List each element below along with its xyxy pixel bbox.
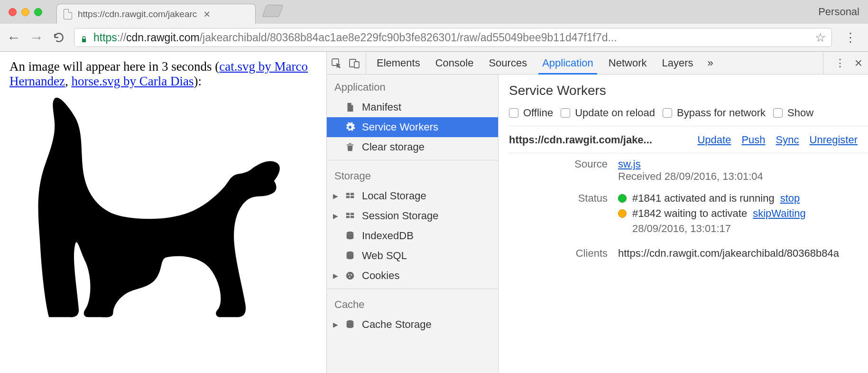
sw-actions: Update Push Sync Unregister — [697, 134, 868, 146]
status-stop-link[interactable]: stop — [780, 192, 800, 205]
address-bar[interactable]: https://cdn.rawgit.com/jakearchibald/803… — [74, 28, 832, 47]
sidebar-item-cache-storage[interactable]: ▶ Cache Storage — [327, 315, 498, 335]
minimize-window-button[interactable] — [21, 8, 29, 16]
page-body: An image will appear here in 3 seconds (… — [0, 52, 326, 373]
browser-tab[interactable]: https://cdn.rawgit.com/jakearc × — [56, 4, 256, 24]
link-horse-svg[interactable]: horse.svg by Carla Dias — [71, 74, 194, 88]
sidebar-item-local-storage[interactable]: ▶ Local Storage — [327, 186, 498, 206]
svg-point-3 — [347, 232, 354, 234]
devtools-menu-icon[interactable]: ⋮ — [831, 57, 850, 69]
sidebar-item-session-storage[interactable]: ▶ Session Storage — [327, 206, 498, 226]
status-text: #1842 waiting to activate — [632, 207, 747, 220]
device-toggle-icon[interactable] — [349, 57, 360, 69]
tab-layers[interactable]: Layers — [654, 52, 701, 74]
update-on-reload-checkbox[interactable]: Update on reload — [561, 107, 655, 119]
svg-point-4 — [347, 252, 354, 254]
sidebar-heading-cache: Cache — [327, 292, 498, 315]
sidebar-item-clear-storage[interactable]: Clear storage — [327, 137, 498, 157]
tab-application[interactable]: Application — [535, 52, 601, 74]
cat-image — [9, 92, 317, 327]
status-skipwaiting-link[interactable]: skipWaiting — [753, 207, 806, 220]
show-all-checkbox[interactable]: Show — [773, 107, 813, 119]
url-sep: :// — [117, 31, 126, 44]
devtools: Elements Console Sources Application Net… — [326, 52, 868, 373]
tab-network[interactable]: Network — [601, 52, 655, 74]
source-file-link[interactable]: sw.js — [618, 158, 641, 170]
close-window-button[interactable] — [9, 8, 17, 16]
detail-clients: Clients https://cdn.rawgit.com/jakearchi… — [509, 242, 868, 264]
gear-icon — [345, 122, 355, 132]
clients-value: https://cdn.rawgit.com/jakearchibald/803… — [618, 247, 868, 260]
svg-point-6 — [348, 274, 350, 275]
trash-icon — [345, 142, 355, 152]
sw-sync-link[interactable]: Sync — [776, 134, 799, 146]
tab-title: https://cdn.rawgit.com/jakearc — [78, 9, 197, 19]
sidebar-item-label: Service Workers — [362, 121, 438, 133]
sw-update-link[interactable]: Update — [697, 134, 731, 146]
database-icon — [345, 251, 355, 261]
sidebar-item-websql[interactable]: Web SQL — [327, 246, 498, 266]
fullscreen-window-button[interactable] — [34, 8, 42, 16]
sidebar-item-label: Cache Storage — [362, 318, 432, 331]
status-time: 28/09/2016, 13:01:17 — [632, 223, 731, 235]
sidebar-item-label: Local Storage — [362, 190, 426, 202]
label-source: Source — [509, 158, 618, 170]
profile-label[interactable]: Personal — [818, 6, 859, 18]
tabs-overflow-icon[interactable]: » — [701, 52, 720, 74]
text-sep: , — [65, 74, 72, 88]
status-dot-orange-icon — [618, 209, 627, 218]
text-tail: ): — [194, 74, 202, 88]
devtools-tabbar: Elements Console Sources Application Net… — [327, 52, 868, 75]
offline-checkbox[interactable]: Offline — [509, 107, 553, 119]
cookie-icon — [345, 270, 355, 281]
bypass-for-network-checkbox[interactable]: Bypass for network — [663, 107, 766, 119]
label-status: Status — [509, 192, 618, 205]
sidebar-item-service-workers[interactable]: Service Workers — [327, 117, 498, 137]
tab-strip: https://cdn.rawgit.com/jakearc × Persona… — [0, 0, 868, 24]
new-tab-button[interactable] — [262, 5, 283, 17]
devtools-tabs: Elements Console Sources Application Net… — [369, 52, 720, 74]
database-icon — [345, 319, 355, 330]
sidebar-item-label: Session Storage — [362, 210, 438, 222]
status-entry-waiting: #1842 waiting to activate skipWaiting — [618, 207, 868, 220]
sidebar-item-indexeddb[interactable]: IndexedDB — [327, 226, 498, 246]
text-lead: An image will appear here in 3 seconds ( — [9, 59, 219, 74]
url-host: cdn.rawgit.com — [126, 31, 200, 44]
sw-scope-row: https://cdn.rawgit.com/jake... Update Pu… — [509, 126, 868, 153]
lock-icon — [80, 33, 88, 42]
sw-origin: https://cdn.rawgit.com/jake... — [509, 134, 652, 146]
window-controls — [0, 0, 51, 24]
page-icon — [64, 9, 72, 19]
sidebar-item-cookies[interactable]: ▶ Cookies — [327, 266, 498, 286]
inspect-element-icon[interactable] — [331, 57, 342, 69]
database-icon — [345, 231, 355, 241]
devtools-close-icon[interactable]: × — [855, 56, 862, 71]
storage-grid-icon — [345, 211, 355, 221]
tab-elements[interactable]: Elements — [369, 52, 428, 74]
url-path: /jakearchibald/80368b84ac1ae8e229fc90b3f… — [200, 31, 617, 44]
bookmark-star-icon[interactable]: ☆ — [815, 30, 826, 45]
reload-button[interactable] — [52, 31, 65, 44]
forward-button[interactable]: → — [29, 29, 44, 46]
sidebar-heading-storage: Storage — [327, 163, 498, 186]
sidebar-item-label: Manifest — [362, 101, 401, 113]
storage-grid-icon — [345, 191, 355, 201]
sidebar-item-manifest[interactable]: Manifest — [327, 97, 498, 117]
sw-push-link[interactable]: Push — [741, 134, 765, 146]
detail-source: Source sw.js Received 28/09/2016, 13:01:… — [509, 153, 868, 187]
browser-menu-icon[interactable]: ⋮ — [840, 30, 861, 45]
devtools-body: Application Manifest Service Workers Cle… — [327, 75, 868, 373]
tab-console[interactable]: Console — [428, 52, 481, 74]
sidebar-item-label: Web SQL — [362, 250, 407, 262]
sidebar-item-label: Cookies — [362, 270, 399, 282]
tab-sources[interactable]: Sources — [481, 52, 535, 74]
status-text: #1841 activated and is running — [632, 192, 775, 205]
sw-unregister-link[interactable]: Unregister — [810, 134, 858, 146]
detail-status: Status #1841 activated and is running st… — [509, 187, 868, 242]
manifest-icon — [345, 102, 355, 112]
svg-point-9 — [347, 320, 354, 323]
status-entry-active: #1841 activated and is running stop — [618, 192, 868, 205]
close-tab-icon[interactable]: × — [203, 9, 210, 20]
back-button[interactable]: ← — [7, 29, 21, 46]
content-area: An image will appear here in 3 seconds (… — [0, 52, 868, 373]
